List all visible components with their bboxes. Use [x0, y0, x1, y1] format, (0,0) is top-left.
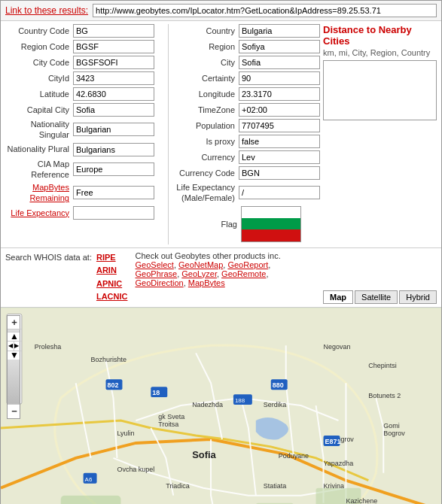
link-geophrase[interactable]: GeoPhrase	[136, 269, 178, 278]
zoom-in-button[interactable]: +	[8, 316, 21, 329]
map-section: Prolesha Bozhurishte Negovan Chepintsi B…	[1, 307, 441, 504]
pan-up-button[interactable]: ▲	[8, 332, 21, 342]
whois-area: Search WHOIS data at: RIPE ARIN APNIC LA…	[5, 251, 128, 304]
input-certainty[interactable]	[239, 71, 320, 85]
svg-text:E871: E871	[325, 438, 341, 445]
label-certainty: Certainty	[173, 73, 239, 83]
mapbytes-link[interactable]: MapBytes Remaining	[29, 183, 69, 202]
zoom-controls: + ▲ ◀ ▶ ▼ −	[7, 315, 20, 419]
input-latitude[interactable]	[73, 87, 154, 101]
flag-stripe-red	[242, 229, 300, 241]
map-svg: Prolesha Bozhurishte Negovan Chepintsi B…	[1, 308, 441, 504]
field-nationality-singular: Nationality Singular	[5, 119, 163, 141]
label-timezone: TimeZone	[173, 105, 239, 115]
input-region-code[interactable]	[73, 40, 154, 53]
svg-text:Prolesha: Prolesha	[35, 343, 61, 351]
input-cityid[interactable]	[73, 71, 154, 85]
geobytes-text: Check out Geobytes other products inc.	[136, 251, 281, 260]
field-country: Country	[173, 24, 320, 38]
svg-text:Gomi: Gomi	[383, 422, 399, 430]
svg-text:Botunets 2: Botunets 2	[368, 392, 401, 399]
input-longitude[interactable]	[239, 87, 320, 101]
input-country[interactable]	[239, 24, 320, 38]
geobytes-products: Check out Geobytes other products inc. G…	[136, 251, 324, 287]
svg-text:Poduyane: Poduyane	[279, 452, 309, 460]
field-latitude: Latitude	[5, 87, 163, 101]
label-isproxy: Is proxy	[173, 136, 239, 147]
input-city-code[interactable]	[73, 56, 154, 69]
input-currency-code[interactable]	[239, 166, 320, 180]
link-geonetmap[interactable]: GeoNetMap	[178, 260, 223, 269]
whois-arin[interactable]: ARIN	[96, 264, 128, 278]
url-input[interactable]	[93, 4, 437, 17]
svg-text:gk Sveta: gk Sveta	[158, 413, 184, 421]
svg-text:Yapazdha: Yapazdha	[324, 460, 354, 467]
input-country-code[interactable]	[73, 24, 154, 38]
field-city-code: City Code	[5, 56, 163, 69]
input-nationality-singular[interactable]	[73, 123, 154, 136]
svg-text:Statiata: Statiata	[264, 482, 286, 490]
field-population: Population	[173, 119, 320, 132]
top-bar: Link to these results:	[1, 1, 441, 21]
pan-right-button[interactable]: ▶	[14, 342, 20, 351]
svg-text:188: 188	[235, 397, 245, 404]
pan-left-button[interactable]: ◀	[8, 342, 14, 351]
label-region-code: Region Code	[5, 41, 73, 52]
label-longitude: Longitude	[173, 89, 239, 99]
right-column: Distance to Nearby Cities km, mi, City, …	[320, 24, 437, 244]
field-city: City	[173, 56, 320, 69]
tab-map[interactable]: Map	[323, 290, 353, 304]
flag-row: Flag	[173, 206, 320, 242]
link-georeport[interactable]: GeoReport	[227, 260, 268, 269]
svg-text:802: 802	[108, 381, 119, 389]
label-cia-map: CIA Map Reference	[5, 159, 73, 181]
zoom-out-button[interactable]: −	[8, 405, 21, 418]
field-cityid: CityId	[5, 71, 163, 85]
map-tabs: Map Satellite Hybrid	[323, 290, 437, 304]
link-geolyzer[interactable]: GeoLyzer	[181, 269, 217, 278]
input-population[interactable]	[239, 119, 320, 132]
label-population: Population	[173, 120, 239, 131]
input-city[interactable]	[239, 56, 320, 69]
input-region[interactable]	[239, 40, 320, 53]
input-life-exp[interactable]	[239, 186, 320, 199]
flag-stripe-green	[242, 218, 300, 229]
label-region: Region	[173, 41, 239, 52]
svg-text:Chepintsi: Chepintsi	[368, 362, 396, 369]
label-latitude: Latitude	[5, 89, 73, 99]
svg-text:Bozhurishte: Bozhurishte	[91, 356, 127, 363]
svg-text:A6: A6	[85, 476, 93, 483]
whois-ripe[interactable]: RIPE	[96, 251, 128, 265]
map-container[interactable]: Prolesha Bozhurishte Negovan Chepintsi B…	[1, 308, 441, 504]
input-nationality-plural[interactable]	[73, 143, 154, 156]
label-nationality-plural: Nationality Plural	[5, 144, 73, 154]
tab-hybrid[interactable]: Hybrid	[399, 290, 437, 304]
input-currency[interactable]	[239, 150, 320, 164]
label-city-code: City Code	[5, 57, 73, 68]
svg-text:Bogrov: Bogrov	[383, 430, 405, 437]
map-tabs-area: Map Satellite Hybrid	[323, 290, 437, 304]
label-nationality-singular: Nationality Singular	[5, 119, 73, 141]
column-divider	[168, 24, 169, 244]
input-isproxy[interactable]	[239, 135, 320, 148]
link-geoselect[interactable]: GeoSelect	[136, 260, 174, 269]
tab-satellite[interactable]: Satellite	[355, 290, 398, 304]
input-cia-map[interactable]	[73, 162, 154, 176]
field-life-expectancy-left: Life Expectancy	[5, 206, 163, 220]
whois-label: Search WHOIS data at:	[5, 251, 92, 262]
field-isproxy: Is proxy	[173, 135, 320, 148]
input-mapbytes[interactable]	[73, 186, 154, 199]
mid-column: Country Region City Certainty Longitude …	[173, 24, 320, 244]
link-mapbytes[interactable]: MapBytes	[188, 278, 225, 287]
link-georemote[interactable]: GeoRemote	[221, 269, 266, 278]
input-capital-city[interactable]	[73, 103, 154, 117]
pan-down-button[interactable]: ▼	[8, 351, 21, 360]
input-life-expectancy-left[interactable]	[73, 206, 154, 220]
link-geodirection[interactable]: GeoDirection	[136, 278, 184, 287]
whois-apnic[interactable]: APNIC	[96, 278, 128, 291]
life-expectancy-link[interactable]: Life Expectancy	[11, 208, 69, 217]
input-timezone[interactable]	[239, 103, 320, 117]
zoom-slider[interactable]	[8, 360, 20, 405]
whois-lacnic[interactable]: LACNIC	[96, 290, 128, 304]
link-to-results[interactable]: Link to these results:	[5, 5, 88, 16]
